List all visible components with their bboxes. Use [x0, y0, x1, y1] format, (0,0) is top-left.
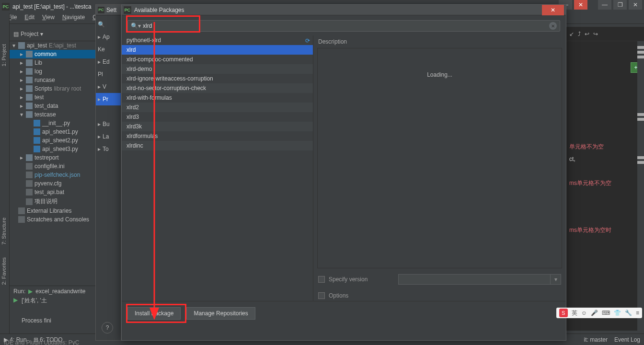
tree-node[interactable]: common: [10, 50, 97, 58]
gutter-tab-project[interactable]: 1: Project: [0, 40, 8, 70]
package-item[interactable]: xlrd-ignore-writeaccess-corruption: [122, 74, 313, 83]
options-row[interactable]: Options: [318, 290, 561, 301]
specify-version-row[interactable]: Specify version ▾: [318, 274, 561, 285]
package-search-input[interactable]: [143, 23, 547, 29]
package-list[interactable]: pythonetl-xlrdxlrdxlrd-compdoc-commented…: [122, 35, 313, 150]
tree-node[interactable]: testreport: [10, 153, 97, 162]
package-item[interactable]: xlrd-compdoc-commented: [122, 55, 313, 64]
settings-category[interactable]: ▸V: [98, 80, 119, 93]
undo-icon[interactable]: ↩: [585, 31, 589, 37]
disclosure-triangle[interactable]: [20, 77, 24, 83]
package-item[interactable]: xlrd: [122, 45, 313, 55]
gutter-tab-structure[interactable]: 7: Structure: [0, 214, 8, 249]
package-item[interactable]: xlrd-demo: [122, 64, 313, 74]
tree-node[interactable]: __init__.py: [10, 119, 97, 127]
tree-node[interactable]: Lib: [10, 58, 97, 67]
close-button[interactable]: ✕: [542, 5, 564, 15]
folder-icon: [18, 42, 25, 49]
tree-node[interactable]: api_sheet2.py: [10, 136, 97, 145]
package-item[interactable]: pythonetl-xlrd: [122, 35, 313, 45]
package-item[interactable]: xlrd-with-formulas: [122, 93, 313, 103]
tree-node[interactable]: Scripts library root: [10, 84, 97, 93]
tree-node[interactable]: testcase: [10, 110, 97, 119]
ime-tool-icon[interactable]: 🔧: [625, 310, 632, 316]
settings-category[interactable]: Pl: [98, 68, 119, 80]
disclosure-triangle[interactable]: [20, 111, 24, 118]
package-item[interactable]: xlrd3k: [122, 122, 313, 131]
tree-node[interactable]: Scratches and Consoles: [10, 215, 97, 224]
folder-icon: [26, 85, 33, 92]
disclosure-triangle[interactable]: [20, 51, 24, 58]
close-button[interactable]: ✕: [574, 0, 587, 10]
settings-category[interactable]: Ke: [98, 43, 119, 56]
chevron-down-icon[interactable]: ▾: [550, 275, 561, 284]
settings-category[interactable]: ▸Ed: [98, 56, 119, 68]
redo-icon[interactable]: ↪: [593, 31, 598, 37]
menu-view[interactable]: View: [38, 14, 58, 21]
tree-node[interactable]: External Libraries: [10, 207, 97, 215]
tree-node[interactable]: test_data: [10, 102, 97, 110]
menu-edit[interactable]: Edit: [21, 14, 38, 21]
tree-node[interactable]: test: [10, 93, 97, 102]
package-item[interactable]: xlrd-no-sector-corruption-check: [122, 83, 313, 93]
reload-icon[interactable]: ⟳: [305, 37, 310, 44]
tree-node[interactable]: api_sheet3.py: [10, 145, 97, 153]
gutter-tab-favorites[interactable]: 2: Favorites: [0, 253, 8, 288]
package-item[interactable]: xlrdinc: [122, 141, 313, 150]
disclosure-triangle[interactable]: [20, 59, 24, 66]
os-close-button[interactable]: ✕: [629, 0, 642, 10]
git-pull-icon[interactable]: ↙: [569, 31, 574, 37]
ime-lang[interactable]: 英: [572, 309, 577, 317]
tree-node[interactable]: configfile.ini: [10, 162, 97, 171]
tree-node[interactable]: 项目说明: [10, 196, 97, 207]
package-item[interactable]: xlrd3: [122, 112, 313, 122]
settings-category[interactable]: ▸Pr: [96, 93, 121, 105]
settings-category[interactable]: ▸Ap: [98, 31, 119, 43]
ime-emoji-icon[interactable]: ☺: [581, 310, 587, 316]
clear-search-icon[interactable]: ✕: [549, 22, 557, 30]
git-branch[interactable]: it: master: [584, 336, 608, 343]
folder-icon: [26, 59, 33, 66]
install-package-button[interactable]: Install Package: [127, 307, 181, 320]
search-icon[interactable]: 🔍: [98, 21, 105, 28]
package-search-field[interactable]: 🔍▾ ✕: [127, 20, 560, 32]
disclosure-triangle[interactable]: [20, 103, 24, 109]
sogou-icon[interactable]: S: [559, 309, 568, 317]
event-log[interactable]: Event Log: [614, 336, 640, 343]
disclosure-triangle[interactable]: [20, 68, 24, 75]
checkbox[interactable]: [318, 276, 325, 283]
tree-node[interactable]: log: [10, 67, 97, 76]
dialog-title: Available Packages: [134, 7, 184, 13]
version-field[interactable]: ▾: [398, 274, 561, 285]
folder-icon: [26, 77, 33, 83]
os-restore-button[interactable]: ❐: [613, 0, 627, 10]
tree-node[interactable]: test_api.bat: [10, 188, 97, 196]
ime-mic-icon[interactable]: 🎤: [591, 310, 598, 316]
settings-category[interactable]: ▸Bu: [98, 118, 119, 130]
play-button[interactable]: ▶: [13, 297, 18, 303]
disclosure-triangle[interactable]: [20, 94, 24, 101]
disclosure-triangle[interactable]: [20, 85, 24, 92]
disclosure-triangle[interactable]: [12, 42, 16, 49]
menu-navigate[interactable]: Navigate: [58, 14, 89, 21]
disclosure-triangle[interactable]: [20, 154, 24, 161]
git-push-icon[interactable]: ⤴: [578, 31, 581, 37]
checkbox[interactable]: [318, 292, 325, 299]
tree-node[interactable]: pyvenv.cfg: [10, 179, 97, 188]
manage-repositories-button[interactable]: Manage Repositories: [186, 307, 255, 320]
ime-skin-icon[interactable]: 👕: [614, 310, 621, 316]
tree-node[interactable]: api_sheet1.py: [10, 127, 97, 136]
settings-category[interactable]: ▸La: [98, 130, 119, 143]
tree-node[interactable]: pip-selfcheck.json: [10, 171, 97, 179]
ime-menu-icon[interactable]: ≡: [636, 310, 639, 316]
ime-keyboard-icon[interactable]: ⌨: [602, 310, 610, 316]
settings-category[interactable]: ▸To: [98, 143, 119, 155]
tree-node[interactable]: api_test E:\api_test: [10, 41, 97, 50]
os-minimize-button[interactable]: —: [598, 0, 611, 10]
tree-node[interactable]: runcase: [10, 76, 97, 84]
help-button[interactable]: ?: [102, 322, 113, 334]
chevron-down-icon[interactable]: ▾: [40, 31, 43, 37]
package-item[interactable]: xlrdformulas: [122, 131, 313, 141]
package-item[interactable]: xlrd2: [122, 103, 313, 112]
settings-category[interactable]: [98, 105, 119, 118]
